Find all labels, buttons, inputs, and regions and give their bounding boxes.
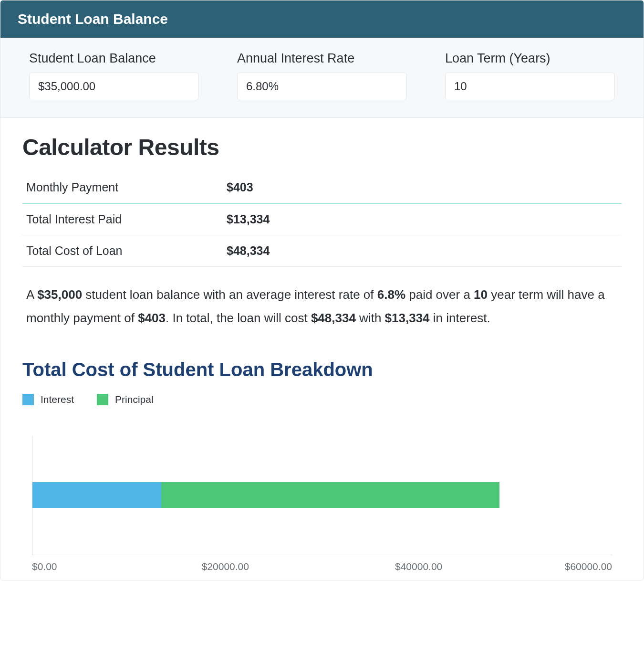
result-row-monthly: Monthly Payment $403	[22, 172, 622, 204]
chart-area: $0.00$20000.00$40000.00$60000.00	[22, 436, 622, 580]
balance-group: Student Loan Balance	[29, 51, 199, 100]
legend-label-principal: Principal	[115, 394, 154, 405]
balance-label: Student Loan Balance	[29, 51, 199, 66]
card-title: Student Loan Balance	[18, 11, 168, 27]
result-row-interest: Total Interest Paid $13,334	[22, 204, 622, 235]
rate-input[interactable]	[237, 73, 407, 100]
result-value: $48,334	[227, 244, 270, 258]
card-header: Student Loan Balance	[0, 0, 644, 38]
bar-segment-interest	[32, 482, 161, 508]
bar-segment-principal	[161, 482, 499, 508]
loan-calculator-card: Student Loan Balance Student Loan Balanc…	[0, 0, 644, 580]
chart-plot	[32, 436, 612, 555]
results-section: Calculator Results Monthly Payment $403 …	[0, 118, 644, 345]
legend-label-interest: Interest	[41, 394, 74, 405]
legend-item-principal: Principal	[97, 394, 154, 405]
stacked-bar	[32, 482, 612, 508]
result-label: Monthly Payment	[26, 180, 227, 194]
result-label: Total Interest Paid	[26, 212, 227, 226]
x-tick: $20000.00	[202, 561, 249, 572]
term-label: Loan Term (Years)	[445, 51, 615, 66]
chart-title: Total Cost of Student Loan Breakdown	[22, 359, 622, 380]
balance-input[interactable]	[29, 73, 199, 100]
swatch-principal-icon	[97, 394, 108, 405]
chart-x-axis: $0.00$20000.00$40000.00$60000.00	[32, 561, 612, 580]
inputs-row: Student Loan Balance Annual Interest Rat…	[0, 38, 644, 118]
result-value: $403	[227, 180, 253, 194]
x-tick: $0.00	[32, 561, 57, 572]
chart-legend: Interest Principal	[22, 394, 622, 405]
term-group: Loan Term (Years)	[445, 51, 615, 100]
results-heading: Calculator Results	[22, 134, 622, 160]
x-tick: $60000.00	[565, 561, 612, 572]
chart-section: Total Cost of Student Loan Breakdown Int…	[0, 345, 644, 580]
term-input[interactable]	[445, 73, 615, 100]
swatch-interest-icon	[22, 394, 34, 405]
result-label: Total Cost of Loan	[26, 244, 227, 258]
rate-label: Annual Interest Rate	[237, 51, 407, 66]
legend-item-interest: Interest	[22, 394, 74, 405]
result-row-total: Total Cost of Loan $48,334	[22, 235, 622, 267]
x-tick: $40000.00	[395, 561, 442, 572]
rate-group: Annual Interest Rate	[237, 51, 407, 100]
results-summary: A $35,000 student loan balance with an a…	[22, 267, 622, 335]
result-value: $13,334	[227, 212, 270, 226]
